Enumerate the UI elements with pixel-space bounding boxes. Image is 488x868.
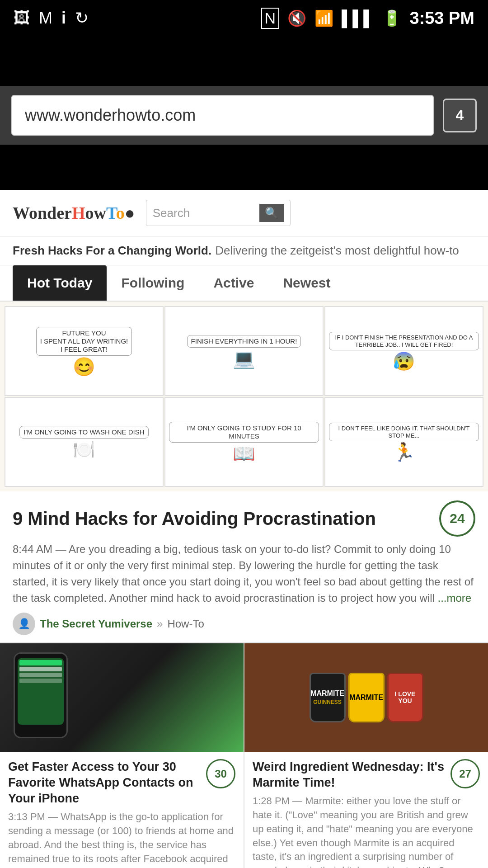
search-icon[interactable]: 🔍 bbox=[259, 204, 284, 222]
panel-3-speech: IF I DON'T FINISH THE PRESENTATION AND D… bbox=[329, 332, 479, 350]
phone-screen bbox=[18, 658, 64, 725]
featured-read-more[interactable]: ...more bbox=[438, 592, 472, 604]
website-content: WonderHowTo● Search 🔍 Fresh Hacks For a … bbox=[0, 190, 488, 868]
signal-icon: ▌▌▌ bbox=[342, 9, 374, 27]
status-icons-right: N 🔇 📶 ▌▌▌ 🔋 3:53 PM bbox=[261, 8, 474, 29]
featured-title[interactable]: 9 Mind Hacks for Avoiding Procrastinatio… bbox=[13, 509, 432, 529]
status-bar: 🖼 M i ↻ N 🔇 📶 ▌▌▌ 🔋 3:53 PM bbox=[0, 0, 488, 36]
featured-category[interactable]: How-To bbox=[167, 618, 204, 630]
article-card-whatsapp: Get Faster Access to Your 30 Favorite Wh… bbox=[0, 643, 244, 868]
browser-bar: www.wonderhowto.com 4 bbox=[0, 86, 488, 145]
jar-1: MARMITEGUINNESS bbox=[310, 673, 346, 722]
whatsapp-card-meta: 3:13 PM — WhatsApp is the go-to applicat… bbox=[8, 810, 235, 868]
article-grid: Get Faster Access to Your 30 Favorite Wh… bbox=[0, 642, 488, 868]
tab-active[interactable]: Active bbox=[199, 265, 268, 301]
logo-w: W bbox=[13, 203, 29, 222]
panel-5-figure: 📖 bbox=[233, 444, 255, 462]
tagline-bar: Fresh Hacks For a Changing World. Delive… bbox=[0, 236, 488, 265]
whatsapp-vote-badge: 30 bbox=[206, 759, 235, 788]
panel-2-speech: FINISH EVERYTHING IN 1 HOUR! bbox=[187, 335, 301, 348]
marmite-title-row: Weird Ingredient Wednesday: It's Marmite… bbox=[253, 759, 480, 791]
featured-vote-badge: 24 bbox=[439, 500, 475, 537]
tagline-main: Fresh Hacks For a Changing World. bbox=[13, 244, 211, 258]
refresh-icon: ↻ bbox=[75, 9, 89, 28]
featured-source-sep: » bbox=[157, 618, 163, 630]
whatsapp-card-image bbox=[0, 643, 244, 752]
panel-5-speech: I'M ONLY GOING TO STUDY FOR 10 MINUTES bbox=[169, 422, 319, 443]
tab-following[interactable]: Following bbox=[107, 265, 199, 301]
marmite-card-content: Weird Ingredient Wednesday: It's Marmite… bbox=[244, 752, 488, 868]
featured-avatar: 👤 bbox=[13, 613, 35, 635]
panel-4-figure: 🍽️ bbox=[73, 440, 95, 458]
battery-icon: 🔋 bbox=[382, 9, 401, 27]
info-icon: i bbox=[61, 9, 66, 28]
gmail-icon: M bbox=[39, 9, 52, 28]
whatsapp-card-content: Get Faster Access to Your 30 Favorite Wh… bbox=[0, 752, 244, 868]
logo-dot-h: H bbox=[72, 203, 85, 222]
tab-count[interactable]: 4 bbox=[443, 99, 477, 132]
marmite-vote-badge: 27 bbox=[450, 759, 480, 788]
comic-panel-5: I'M ONLY GOING TO STUDY FOR 10 MINUTES 📖 bbox=[164, 397, 324, 487]
featured-image: FUTURE YOUI SPENT ALL DAY WRITING!I FEEL… bbox=[0, 302, 488, 491]
search-box[interactable]: Search 🔍 bbox=[146, 200, 291, 226]
comic-panel-1: FUTURE YOUI SPENT ALL DAY WRITING!I FEEL… bbox=[5, 306, 164, 396]
wifi-icon: 📶 bbox=[314, 9, 333, 27]
featured-source-bar: 👤 The Secret Yumiverse » How-To bbox=[0, 613, 488, 642]
panel-1-speech: FUTURE YOUI SPENT ALL DAY WRITING!I FEEL… bbox=[36, 327, 132, 356]
marmite-card-meta: 1:28 PM — Marmite: either you love the s… bbox=[253, 794, 480, 868]
panel-6-figure: 🏃 bbox=[393, 443, 415, 461]
comic-panel-4: I'M ONLY GOING TO WASH ONE DISH 🍽️ bbox=[5, 397, 164, 487]
site-header: WonderHowTo● Search 🔍 bbox=[0, 190, 488, 236]
panel-2-figure: 💻 bbox=[233, 349, 255, 368]
panel-1-figure: 😊 bbox=[73, 358, 95, 376]
phone-mock bbox=[14, 652, 68, 738]
panel-3-figure: 😰 bbox=[393, 352, 415, 370]
nfc-icon: N bbox=[261, 8, 280, 29]
comic-panel-6: I DON'T FEEL LIKE DOING IT. THAT SHOULDN… bbox=[324, 397, 483, 487]
featured-dash: — bbox=[56, 543, 69, 555]
status-time: 3:53 PM bbox=[409, 9, 474, 28]
nav-tabs: Hot Today Following Active Newest bbox=[0, 265, 488, 302]
whatsapp-dash: — bbox=[48, 811, 61, 822]
article-card-marmite: MARMITEGUINNESS MARMITE I LOVE YOU Weird… bbox=[244, 643, 488, 868]
logo-text: WonderHowTo● bbox=[13, 203, 135, 223]
featured-source-name[interactable]: The Secret Yumiverse bbox=[40, 618, 152, 630]
jar-2: MARMITE bbox=[348, 673, 385, 722]
tagline-sub: Delivering the zeitgeist's most delightf… bbox=[215, 244, 459, 258]
whatsapp-timestamp: 3:13 PM bbox=[8, 811, 45, 822]
url-bar[interactable]: www.wonderhowto.com bbox=[11, 95, 434, 136]
mid-spacer bbox=[0, 145, 488, 190]
image-icon: 🖼 bbox=[14, 9, 30, 28]
tab-hot-today[interactable]: Hot Today bbox=[13, 265, 107, 301]
site-logo: WonderHowTo● bbox=[13, 203, 135, 223]
featured-article: FUTURE YOUI SPENT ALL DAY WRITING!I FEEL… bbox=[0, 302, 488, 642]
whatsapp-card-title[interactable]: Get Faster Access to Your 30 Favorite Wh… bbox=[8, 759, 202, 807]
top-spacer bbox=[0, 36, 488, 86]
marmite-read-more[interactable]: ...more bbox=[447, 865, 478, 868]
featured-title-bar: 9 Mind Hacks for Avoiding Procrastinatio… bbox=[0, 491, 488, 541]
jar-3: I LOVE YOU bbox=[387, 673, 423, 722]
status-icons-left: 🖼 M i ↻ bbox=[14, 9, 89, 28]
panel-4-speech: I'M ONLY GOING TO WASH ONE DISH bbox=[19, 426, 148, 439]
mute-icon: 🔇 bbox=[287, 9, 306, 27]
featured-timestamp: 8:44 AM bbox=[13, 543, 52, 555]
marmite-timestamp: 1:28 PM bbox=[253, 795, 290, 807]
marmite-card-title[interactable]: Weird Ingredient Wednesday: It's Marmite… bbox=[253, 759, 446, 791]
panel-6-speech: I DON'T FEEL LIKE DOING IT. THAT SHOULDN… bbox=[329, 423, 479, 441]
featured-meta: 8:44 AM — Are you dreading a big, tediou… bbox=[0, 541, 488, 613]
marmite-card-image: MARMITEGUINNESS MARMITE I LOVE YOU bbox=[244, 643, 488, 752]
whatsapp-title-row: Get Faster Access to Your 30 Favorite Wh… bbox=[8, 759, 235, 807]
marmite-dash: — bbox=[292, 795, 305, 807]
comic-panel-2: FINISH EVERYTHING IN 1 HOUR! 💻 bbox=[164, 306, 324, 396]
comic-illustration: FUTURE YOUI SPENT ALL DAY WRITING!I FEEL… bbox=[0, 302, 488, 491]
marmite-jars: MARMITEGUINNESS MARMITE I LOVE YOU bbox=[310, 673, 423, 722]
search-placeholder: Search bbox=[153, 206, 259, 220]
logo-dot-o: o bbox=[116, 203, 125, 222]
featured-excerpt: Are you dreading a big, tedious task on … bbox=[13, 543, 474, 604]
comic-panel-3: IF I DON'T FINISH THE PRESENTATION AND D… bbox=[324, 306, 483, 396]
tab-newest[interactable]: Newest bbox=[268, 265, 345, 301]
logo-dot-t: T bbox=[106, 203, 116, 222]
